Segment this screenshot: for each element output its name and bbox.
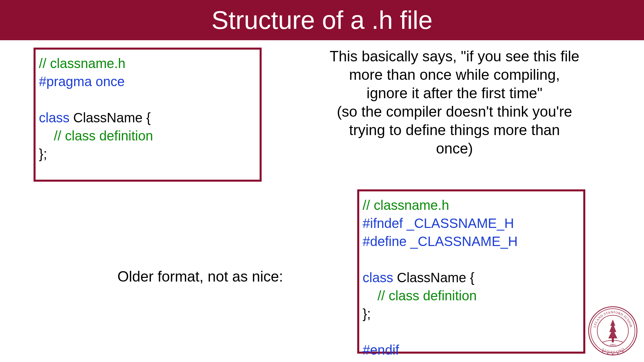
code-box-pragma: // classname.h #pragma once class ClassN… <box>34 48 262 182</box>
code-line: // classname.h <box>363 196 580 214</box>
older-format-label: Older format, not as nice: <box>117 268 283 285</box>
explain-line: ignore it after the first time" <box>278 84 631 102</box>
svg-point-10 <box>618 353 619 354</box>
svg-point-7 <box>602 351 603 352</box>
explain-line: once) <box>278 139 631 158</box>
svg-point-8 <box>607 353 608 354</box>
explanation-text: This basically says, "if you see this fi… <box>278 47 631 158</box>
code-line: // class definition <box>39 127 256 145</box>
explain-line: trying to define things more than <box>278 121 631 139</box>
code-line: #ifndef _CLASSNAME_H <box>363 214 580 232</box>
code-line: class ClassName { <box>39 109 256 127</box>
code-line: #pragma once <box>39 72 256 90</box>
title-bar: Structure of a .h file <box>0 0 644 40</box>
code-line: class ClassName { <box>363 268 580 287</box>
explain-line: This basically says, "if you see this fi… <box>278 47 631 65</box>
code-line: #endif <box>363 341 580 359</box>
svg-text:UNIVERSITY: UNIVERSITY <box>601 347 625 354</box>
code-line: #define _CLASSNAME_H <box>363 232 580 250</box>
code-line: }; <box>363 305 580 323</box>
code-line: // classname.h <box>39 54 256 72</box>
explain-line: (so the compiler doesn't think you're <box>278 102 631 121</box>
code-line: }; <box>39 145 256 163</box>
stanford-seal-icon: LELAND STANFORD JUNIOR UNIVERSITY 1891 <box>588 306 638 356</box>
slide-title: Structure of a .h file <box>212 6 433 34</box>
svg-point-11 <box>623 351 624 352</box>
slide: Structure of a .h file // classname.h #p… <box>0 0 644 362</box>
explain-line: more than once while compiling, <box>278 65 631 84</box>
svg-point-9 <box>612 354 613 355</box>
svg-text:1891: 1891 <box>610 343 616 347</box>
code-box-ifndef: // classname.h #ifndef _CLASSNAME_H #def… <box>357 189 585 354</box>
code-line: // class definition <box>363 287 580 305</box>
